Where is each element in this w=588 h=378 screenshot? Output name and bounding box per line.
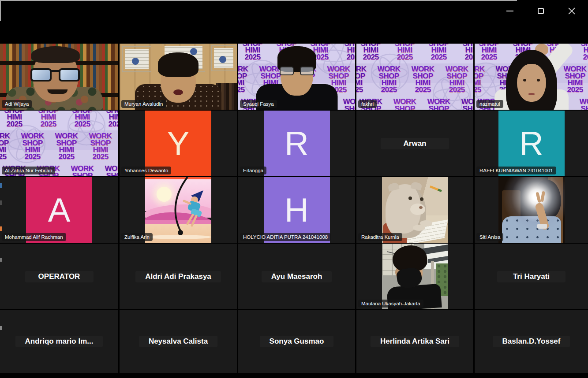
avatar-initial: A: [48, 191, 71, 229]
video-tile-al-zahra[interactable]: WORK SHOP HIMI 2025WORK SHOP HIMI 2025WO…: [0, 111, 118, 176]
workshop-pattern-text: WORK SHOP HIMI 2025: [99, 165, 118, 176]
wall-poster: [122, 46, 151, 72]
atom-watermark-icon: [66, 111, 107, 147]
video-tile-sonya[interactable]: Sonya Gusmao: [238, 310, 355, 373]
window-top-edge: [0, 0, 517, 1]
video-tile-muryan-awaludin[interactable]: Muryan Awaludin: [120, 44, 237, 110]
glasses-lens: [280, 67, 294, 75]
video-tile-raffi-kurniawan[interactable]: R RAFFI KURNIAWAN 241041001: [475, 111, 588, 176]
participant-name-plate: Herlinda Artika Sari: [356, 310, 473, 373]
video-tile-rakaditra[interactable]: Rakaditra Kurnia: [356, 177, 473, 243]
avatar-initial: H: [285, 191, 309, 229]
video-tile-nazmatul[interactable]: WORK SHOP HIMI 2025WORK SHOP HIMI 2025WO…: [475, 44, 588, 110]
window-left-edge: [0, 0, 1, 21]
maximize-icon: [538, 8, 544, 14]
video-tile-arwan[interactable]: Arwan: [356, 111, 473, 176]
glasses: [280, 67, 314, 75]
video-tile-syauqi-fasya[interactable]: WORK SHOP HIMI 2025WORK SHOP HIMI 2025WO…: [238, 44, 355, 110]
workshop-pattern-text: WORK SHOP HIMI 2025: [238, 44, 270, 61]
participant-name-plate: Baslan.D.Yossef: [475, 310, 588, 373]
workshop-pattern-text: WORK SHOP HIMI 2025: [475, 44, 506, 61]
close-icon: [568, 7, 576, 15]
person-mustache: [47, 89, 67, 94]
avatar-initial: R: [519, 124, 543, 163]
glasses-lens: [59, 68, 80, 82]
atom-watermark-icon: [313, 44, 354, 76]
background-window-fragment: [0, 258, 2, 262]
participant-name-badge: nazmatul: [476, 100, 503, 108]
profile-illustration: [145, 177, 211, 243]
participant-name-badge: Siti Anisa: [476, 233, 503, 241]
person-hair: [158, 52, 198, 77]
participant-name-plate: Arwan: [356, 111, 473, 176]
person-face: [517, 64, 546, 102]
profile-photo-selfie: [498, 177, 565, 243]
participant-name-badge: fakhri: [358, 100, 377, 108]
participant-name-badge: RAFFI KURNIAWAN 241041001: [476, 167, 556, 174]
person-lips: [528, 93, 535, 95]
video-tile-aldri[interactable]: Aldri Adi Prakasya: [120, 244, 237, 309]
minimize-button[interactable]: [494, 4, 525, 19]
video-tile-tri-haryati[interactable]: Tri Haryati: [475, 244, 588, 309]
glasses-lens: [30, 68, 52, 82]
video-tile-baslan[interactable]: Baslan.D.Yossef: [475, 310, 588, 373]
window-controls: [494, 4, 587, 19]
poster-emblem: [132, 58, 139, 65]
video-tile-mohammad-alif[interactable]: A Mohammad Alif Rachman: [0, 177, 118, 243]
workshop-pattern-text: WORK SHOP HIMI 2025: [456, 44, 473, 61]
person-hair: [31, 46, 80, 63]
participant-name-plate: Tri Haryati: [475, 244, 588, 309]
participant-name-badge: Mohammad Alif Rachman: [2, 233, 66, 241]
wristwatch: [537, 224, 547, 229]
workshop-pattern-text: WORK SHOP HIMI 2025: [117, 133, 118, 160]
participant-name-plate: OPERATOR: [0, 244, 118, 309]
minimize-icon: [506, 11, 513, 11]
participant-name-badge: Yohannes Dewanto: [121, 167, 171, 174]
participant-name: Arwan: [381, 138, 449, 149]
video-tile-siti-anisa[interactable]: Siti Anisa: [475, 177, 588, 243]
person-eye: [523, 79, 526, 82]
workshop-pattern-text: WORK SHOP HIMI 2025: [574, 44, 588, 61]
avatar-initial: Y: [167, 124, 190, 163]
participant-name-badge: Zulfika Arin: [121, 233, 153, 241]
workshop-pattern-text: WORK SHOP HIMI 2025: [558, 66, 588, 93]
atom-watermark-icon: [6, 124, 47, 164]
participant-name: Ayu Maesaroh: [262, 271, 332, 282]
video-tile-neysalva[interactable]: Neysalva Calista: [120, 310, 237, 373]
participant-name: Sonya Gusmao: [260, 336, 334, 347]
participant-name-plate: Ayu Maesaroh: [238, 244, 355, 309]
participant-name: Tri Haryati: [497, 271, 566, 282]
workshop-pattern-text: WORK SHOP HIMI 2025: [388, 98, 422, 110]
poster-emblem: [190, 48, 197, 55]
video-tile-adi-wijaya[interactable]: Adi Wijaya: [0, 44, 118, 110]
video-tile-holycio[interactable]: H HOLYCIO ADITIA PUTRA 241041008: [238, 177, 355, 243]
workshop-pattern-text: WORK SHOP HIMI 2025: [574, 98, 588, 110]
participant-name-plate: Aldri Adi Prakasya: [120, 244, 237, 309]
glasses-bridge: [51, 70, 60, 72]
maximize-button[interactable]: [525, 4, 556, 19]
avatar-initial: R: [285, 124, 309, 163]
video-tile-maulana[interactable]: Maulana Ukasyah-Jakarta: [356, 244, 473, 309]
video-tile-herlinda[interactable]: Herlinda Artika Sari: [356, 310, 473, 373]
video-tile-erlangga[interactable]: R Erlangga: [238, 111, 355, 176]
atom-watermark-icon: [370, 52, 410, 93]
video-tile-operator[interactable]: OPERATOR: [0, 244, 118, 309]
participant-name-plate: Sonya Gusmao: [238, 310, 355, 373]
video-tile-andriqo[interactable]: Andriqo mario Im...: [0, 310, 118, 373]
camera-flash-glow: [498, 177, 565, 243]
background-window-fragment: [0, 200, 2, 205]
video-tile-zulfika-arin[interactable]: Zulfika Arin: [120, 177, 237, 243]
cat-paw: [413, 225, 425, 231]
video-tile-yohannes-dewanto[interactable]: Y Yohannes Dewanto: [120, 111, 237, 176]
swinging-figure-illustration: [145, 177, 211, 243]
participant-name: Herlinda Artika Sari: [371, 336, 459, 347]
video-tile-fakhri[interactable]: WORK SHOP HIMI 2025WORK SHOP HIMI 2025WO…: [356, 44, 473, 110]
workshop-pattern-text: WORK SHOP HIMI 2025: [65, 165, 99, 176]
video-tile-ayu[interactable]: Ayu Maesaroh: [238, 244, 355, 309]
glasses: [30, 68, 80, 82]
participant-name: OPERATOR: [25, 271, 94, 282]
close-button[interactable]: [556, 4, 587, 19]
participant-name-badge: Erlangga: [240, 167, 266, 174]
meeting-window: Adi Wijaya Muryan Awaludin WORK: [0, 0, 588, 378]
participant-name-plate: Andriqo mario Im...: [0, 310, 118, 373]
